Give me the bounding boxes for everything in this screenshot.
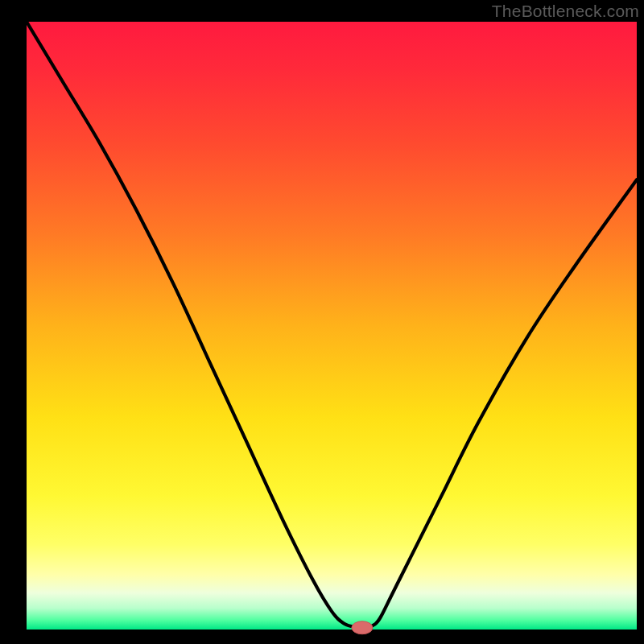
optimum-marker bbox=[352, 621, 373, 634]
bottleneck-chart bbox=[0, 0, 644, 644]
plot-background bbox=[27, 22, 637, 630]
chart-frame: TheBottleneck.com bbox=[0, 0, 644, 644]
attribution-label: TheBottleneck.com bbox=[492, 2, 639, 21]
